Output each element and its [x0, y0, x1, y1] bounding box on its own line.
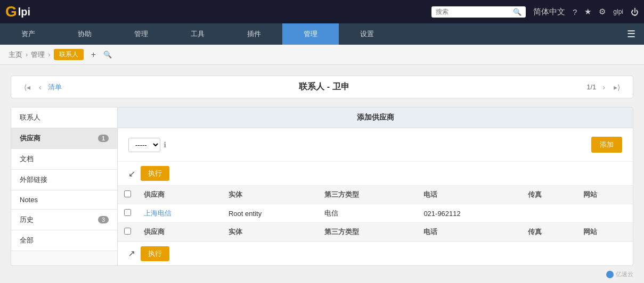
breadcrumb-sep2: › — [48, 51, 50, 59]
breadcrumb-add-icon[interactable]: + — [91, 50, 96, 60]
tfoot-website: 网站 — [577, 223, 633, 242]
nav-item-manage2[interactable]: 管理 — [282, 23, 339, 45]
record-count: 1/1 — [586, 83, 596, 91]
favorites-icon[interactable]: ★ — [584, 7, 591, 16]
sidebar-badge-supplier: 1 — [98, 135, 109, 142]
top-right-actions: 🔍 简体中文 ? ★ ⚙ glpi ⏻ — [431, 6, 639, 18]
execute-button-bottom[interactable]: 执行 — [141, 246, 169, 261]
sidebar-label-external-links: 外部链接 — [20, 175, 47, 185]
sidebar-item-contact[interactable]: 联系人 — [11, 107, 117, 128]
record-nav-left: ⟨◂ ‹ 清单 — [22, 82, 62, 93]
footer-logo-icon — [606, 271, 614, 278]
form-select-wrap: ----- ℹ — [128, 138, 166, 152]
supplier-select[interactable]: ----- — [128, 138, 160, 152]
row-entity: Root entity — [222, 204, 318, 223]
app-logo: G lpi — [5, 3, 30, 20]
nav-last-icon[interactable]: ▸⟩ — [612, 82, 622, 93]
sidebar-item-all[interactable]: 全部 — [11, 230, 117, 251]
nav-prev-icon[interactable]: ‹ — [37, 82, 44, 93]
power-icon[interactable]: ⏻ — [631, 7, 639, 16]
main-panel: 添加供应商 ----- ℹ 添加 ↙ 执行 — [117, 107, 633, 266]
nav-first-icon[interactable]: ⟨◂ — [22, 82, 32, 93]
row-phone: 021-962112 — [417, 204, 521, 223]
tfoot-phone: 电话 — [417, 223, 521, 242]
form-area: ----- ℹ 添加 — [118, 128, 633, 162]
logo-g: G — [5, 3, 17, 20]
th-website: 网站 — [577, 186, 633, 204]
select-all-arrow-icon[interactable]: ↙ — [128, 169, 135, 179]
breadcrumb: 主页 › 管理 › 联系人 + 🔍 — [0, 45, 644, 65]
user-label[interactable]: glpi — [613, 8, 623, 15]
supplier-link[interactable]: 上海电信 — [144, 209, 172, 217]
settings-icon[interactable]: ⚙ — [599, 7, 606, 16]
sidebar-label-notes: Notes — [20, 196, 38, 204]
nav-item-settings[interactable]: 设置 — [339, 23, 395, 45]
breadcrumb-sep1: › — [26, 51, 28, 59]
tfoot-checkbox — [118, 223, 137, 242]
nav-next-icon[interactable]: › — [600, 82, 607, 93]
sidebar-badge-history: 3 — [98, 216, 109, 223]
th-supplier: 供应商 — [137, 186, 222, 204]
nav-item-assist[interactable]: 协助 — [56, 23, 113, 45]
execute-button-top[interactable]: 执行 — [141, 166, 169, 181]
sidebar-label-all: 全部 — [20, 236, 34, 245]
select-all-checkbox[interactable] — [124, 190, 131, 197]
row-fax — [521, 204, 577, 223]
add-button[interactable]: 添加 — [591, 137, 622, 153]
lang-selector[interactable]: 简体中文 — [533, 7, 565, 17]
main-content: ⟨◂ ‹ 清单 联系人 - 卫申 1/1 › ▸⟩ 联系人 供应商 1 文档 外… — [0, 65, 644, 283]
tfoot-supplier: 供应商 — [137, 223, 222, 242]
nav-bar: 资产 协助 管理 工具 插件 管理 设置 ☰ — [0, 23, 644, 45]
record-title: 联系人 - 卫申 — [299, 81, 349, 93]
sidebar: 联系人 供应商 1 文档 外部链接 Notes 历史 3 全部 — [11, 107, 117, 266]
row-checkbox-cell — [118, 204, 137, 223]
sidebar-item-documents[interactable]: 文档 — [11, 149, 117, 170]
th-phone: 电话 — [417, 186, 521, 204]
help-icon[interactable]: ? — [573, 7, 577, 16]
table-row: 上海电信 Root entity 电信 021-962112 — [118, 204, 633, 223]
row-supplier: 上海电信 — [137, 204, 222, 223]
footer-brand: 亿速云 — [11, 270, 633, 278]
action-bar-top: ↙ 执行 — [118, 162, 633, 186]
tfoot-type: 第三方类型 — [318, 223, 417, 242]
breadcrumb-manage[interactable]: 管理 — [31, 50, 45, 60]
search-input[interactable] — [436, 8, 510, 15]
suppliers-table: 供应商 实体 第三方类型 电话 传真 网站 上海电信 — [118, 186, 633, 242]
th-type: 第三方类型 — [318, 186, 417, 204]
info-icon: ℹ — [164, 140, 166, 149]
breadcrumb-search-icon[interactable]: 🔍 — [103, 51, 112, 59]
sidebar-label-supplier: 供应商 — [20, 134, 40, 143]
sidebar-item-supplier[interactable]: 供应商 1 — [11, 128, 117, 149]
nav-item-plugins[interactable]: 插件 — [226, 23, 282, 45]
th-entity: 实体 — [222, 186, 318, 204]
sidebar-item-notes[interactable]: Notes — [11, 190, 117, 210]
table-header-row: 供应商 实体 第三方类型 电话 传真 网站 — [118, 186, 633, 204]
search-box[interactable]: 🔍 — [431, 6, 526, 18]
nav-item-assets[interactable]: 资产 — [0, 23, 56, 45]
nav-item-tools[interactable]: 工具 — [169, 23, 226, 45]
record-nav: ⟨◂ ‹ 清单 联系人 - 卫申 1/1 › ▸⟩ — [11, 76, 633, 98]
nav-hamburger-icon[interactable]: ☰ — [618, 23, 644, 45]
search-icon[interactable]: 🔍 — [513, 8, 521, 16]
row-checkbox[interactable] — [124, 209, 131, 216]
select-bottom-arrow-icon[interactable]: ↙ — [128, 249, 135, 259]
footer-checkbox[interactable] — [124, 228, 131, 235]
content-layout: 联系人 供应商 1 文档 外部链接 Notes 历史 3 全部 — [11, 107, 633, 266]
footer-brand-label: 亿速云 — [616, 270, 633, 278]
logo-lpi: lpi — [18, 6, 30, 18]
breadcrumb-current: 联系人 — [54, 49, 84, 60]
tfoot-fax: 传真 — [521, 223, 577, 242]
section-header: 添加供应商 — [118, 107, 633, 128]
back-to-list-link[interactable]: 清单 — [48, 82, 62, 92]
tfoot-entity: 实体 — [222, 223, 318, 242]
breadcrumb-home[interactable]: 主页 — [9, 50, 22, 60]
action-bar-bottom: ↙ 执行 — [118, 242, 633, 265]
sidebar-label-history: 历史 — [20, 215, 34, 224]
sidebar-item-history[interactable]: 历史 3 — [11, 210, 117, 230]
th-checkbox — [118, 186, 137, 204]
th-fax: 传真 — [521, 186, 577, 204]
nav-item-manage1[interactable]: 管理 — [113, 23, 169, 45]
sidebar-item-external-links[interactable]: 外部链接 — [11, 170, 117, 190]
top-bar: G lpi 🔍 简体中文 ? ★ ⚙ glpi ⏻ — [0, 0, 644, 23]
row-website — [577, 204, 633, 223]
